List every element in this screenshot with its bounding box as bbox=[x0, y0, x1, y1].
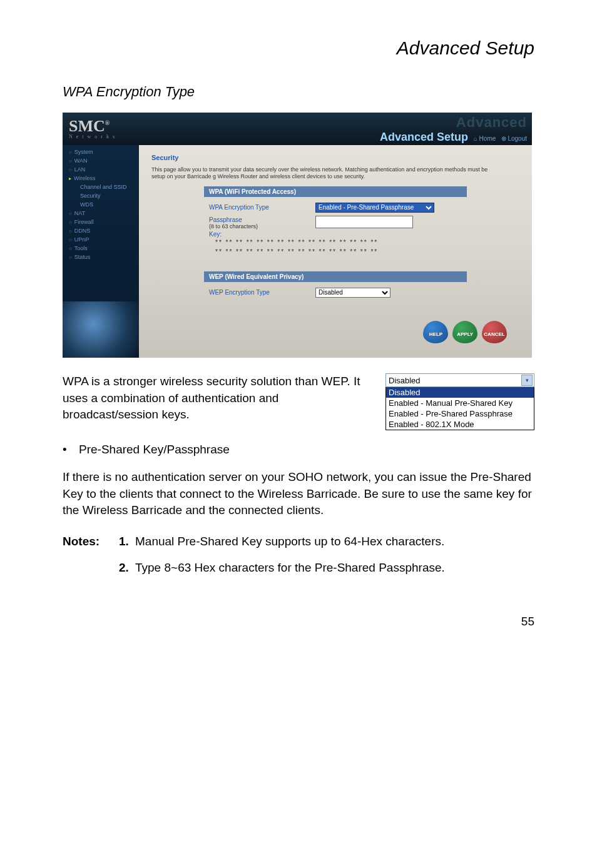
bullet-text: Pre-Shared Key/Passphrase bbox=[79, 443, 230, 456]
note-2-text: Type 8~63 Hex characters for the Pre-Sha… bbox=[135, 559, 534, 577]
sidebar-item-tools[interactable]: Tools bbox=[63, 244, 139, 253]
logout-icon[interactable]: ⊗ bbox=[501, 135, 508, 142]
wpa-panel: WPA (WiFi Protected Access) WPA Encrypti… bbox=[204, 186, 467, 263]
section-heading: WPA Encryption Type bbox=[63, 84, 534, 100]
logout-link[interactable]: Logout bbox=[508, 135, 527, 142]
bullet-icon: • bbox=[63, 443, 79, 457]
key-label: Key: bbox=[209, 231, 462, 238]
note-2-number: 2. bbox=[119, 559, 135, 577]
wep-panel-title: WEP (Wired Equivalent Privacy) bbox=[204, 271, 467, 282]
content-description: This page allow you to transmit your dat… bbox=[151, 166, 502, 180]
wep-encryption-type-select[interactable]: Disabled bbox=[315, 288, 390, 298]
sidebar: System WAN LAN Wireless Channel and SSID… bbox=[63, 145, 139, 358]
notes-label-spacer bbox=[63, 559, 119, 577]
dropdown-illustration: Disabled ▾ Disabled Enabled - Manual Pre… bbox=[385, 373, 534, 430]
sidebar-sub-channel-ssid[interactable]: Channel and SSID bbox=[63, 183, 139, 191]
button-row: HELP APPLY CANCEL bbox=[151, 315, 519, 343]
apply-button[interactable]: APPLY bbox=[452, 321, 477, 343]
sidebar-sub-wds[interactable]: WDS bbox=[63, 200, 139, 209]
smc-logo: SMC® N e t w o r k s bbox=[69, 118, 116, 139]
sidebar-item-nat[interactable]: NAT bbox=[63, 209, 139, 218]
sidebar-item-upnp[interactable]: UPnP bbox=[63, 235, 139, 244]
bullet-pre-shared-key: •Pre-Shared Key/Passphrase bbox=[63, 443, 534, 457]
screenshot-header: SMC® N e t w o r k s Advanced Advanced S… bbox=[63, 113, 532, 145]
sidebar-item-lan[interactable]: LAN bbox=[63, 165, 139, 174]
logo-text: SMC bbox=[69, 117, 105, 135]
help-button[interactable]: HELP bbox=[423, 321, 448, 343]
sidebar-item-wan[interactable]: WAN bbox=[63, 156, 139, 165]
note-1-text: Manual Pre-Shared Key supports up to 64-… bbox=[135, 533, 534, 551]
advanced-setup-label: Advanced Setup bbox=[380, 131, 468, 144]
wpa-encryption-type-label: WPA Encryption Type bbox=[209, 204, 315, 211]
dropdown-option-manual-psk[interactable]: Enabled - Manual Pre-Shared Key bbox=[386, 398, 534, 408]
note-1-number: 1. bbox=[119, 533, 135, 551]
cancel-button[interactable]: CANCEL bbox=[482, 321, 507, 343]
home-icon[interactable]: ⌂ bbox=[474, 135, 479, 142]
dropdown-option-disabled[interactable]: Disabled bbox=[386, 387, 534, 398]
wpa-encryption-type-select[interactable]: Enabled - Pre-Shared Passphrase bbox=[315, 203, 434, 213]
sidebar-decorative-image bbox=[63, 301, 139, 358]
router-admin-screenshot: SMC® N e t w o r k s Advanced Advanced S… bbox=[63, 113, 532, 358]
passphrase-input[interactable] bbox=[315, 216, 413, 228]
sidebar-item-system[interactable]: System bbox=[63, 148, 139, 156]
dropdown-selected[interactable]: Disabled ▾ bbox=[385, 373, 534, 387]
wep-encryption-type-label: WEP Encryption Type bbox=[209, 289, 315, 296]
page-number: 55 bbox=[63, 615, 534, 628]
screenshot-content: Security This page allow you to transmit… bbox=[139, 145, 532, 358]
sidebar-item-status[interactable]: Status bbox=[63, 253, 139, 261]
sidebar-sub-security[interactable]: Security bbox=[63, 191, 139, 200]
sidebar-item-wireless[interactable]: Wireless bbox=[63, 174, 139, 183]
dropdown-list: Disabled Enabled - Manual Pre-Shared Key… bbox=[385, 387, 534, 430]
key-dots-line2: ** ** ** ** ** ** ** ** ** ** ** ** ** *… bbox=[209, 247, 462, 256]
key-dots-line1: ** ** ** ** ** ** ** ** ** ** ** ** ** *… bbox=[209, 238, 462, 247]
logo-subtext: N e t w o r k s bbox=[69, 134, 116, 139]
wep-panel: WEP (Wired Equivalent Privacy) WEP Encry… bbox=[204, 271, 467, 306]
sidebar-item-firewall[interactable]: Firewall bbox=[63, 218, 139, 226]
chevron-down-icon[interactable]: ▾ bbox=[521, 375, 533, 386]
header-right: Advanced Advanced Setup ⌂ Home ⊗ Logout bbox=[380, 114, 527, 144]
dropdown-option-8021x[interactable]: Enabled - 802.1X Mode bbox=[386, 419, 534, 430]
wpa-description-text: WPA is a stronger wireless security solu… bbox=[63, 373, 367, 423]
page-header: Advanced Setup bbox=[63, 38, 534, 59]
content-title: Security bbox=[151, 154, 519, 161]
sidebar-item-ddns[interactable]: DDNS bbox=[63, 226, 139, 235]
notes-block: Notes: 1. Manual Pre-Shared Key supports… bbox=[63, 533, 534, 577]
paragraph-no-auth-server: If there is no authentication server on … bbox=[63, 469, 534, 519]
dropdown-option-pre-shared-passphrase[interactable]: Enabled - Pre-Shared Passphrase bbox=[386, 408, 534, 419]
home-link[interactable]: Home bbox=[479, 135, 496, 142]
advanced-ghost-text: Advanced bbox=[380, 114, 527, 131]
notes-label: Notes: bbox=[63, 533, 119, 551]
wpa-panel-title: WPA (WiFi Protected Access) bbox=[204, 186, 467, 197]
dropdown-selected-label: Disabled bbox=[389, 376, 421, 385]
